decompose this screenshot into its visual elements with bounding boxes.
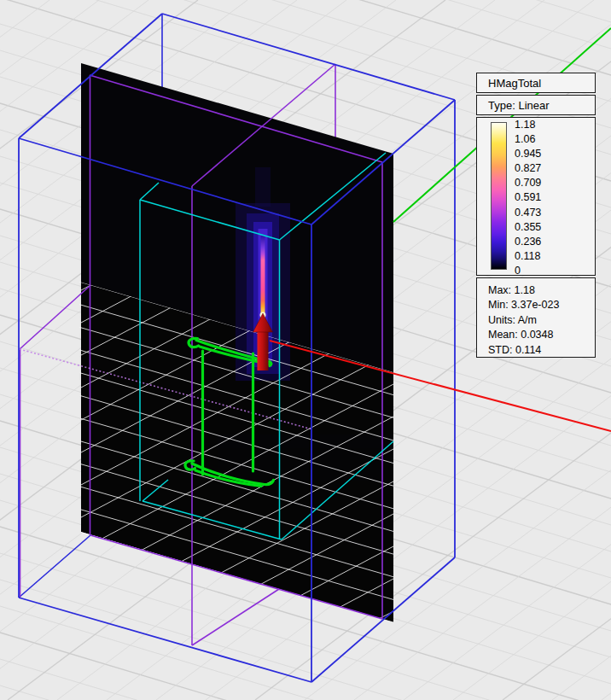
legend-stat-max: Max: 1.18 (488, 283, 595, 298)
legend-scale-value: 0 (515, 264, 541, 278)
legend-scale: 1.181.060.9450.8270.7090.5910.4730.3550.… (476, 117, 596, 276)
legend-stat-units: Units: A/m (488, 313, 595, 328)
legend-scale-value: 0.355 (515, 220, 541, 235)
legend-scale-values: 1.181.060.9450.8270.7090.5910.4730.3550.… (515, 118, 541, 278)
legend-scale-value: 0.118 (515, 249, 541, 264)
field-legend[interactable]: HMagTotal Type: Linear 1.181.060.9450.82… (476, 73, 596, 359)
legend-scale-value: 0.591 (515, 190, 541, 205)
legend-type: Type: Linear (476, 95, 596, 115)
legend-scale-value: 0.709 (515, 176, 541, 190)
legend-scale-value: 0.827 (515, 161, 541, 176)
viewport-3d[interactable]: HMagTotal Type: Linear 1.181.060.9450.82… (0, 0, 611, 700)
excitation-arrow-shaft (258, 330, 269, 370)
legend-scale-value: 0.236 (515, 235, 541, 249)
legend-scale-value: 1.18 (515, 118, 541, 132)
legend-scale-value: 0.473 (515, 206, 541, 220)
legend-stat-std: STD: 0.114 (488, 343, 595, 358)
legend-scale-value: 1.06 (515, 132, 541, 147)
legend-stats: Max: 1.18 Min: 3.37e-023 Units: A/m Mean… (476, 277, 596, 358)
legend-stat-min: Min: 3.37e-023 (488, 298, 595, 312)
legend-colorbar (491, 122, 507, 270)
legend-title: HMagTotal (476, 73, 596, 93)
legend-stat-mean: Mean: 0.0348 (488, 328, 595, 342)
legend-scale-value: 0.945 (515, 147, 541, 161)
